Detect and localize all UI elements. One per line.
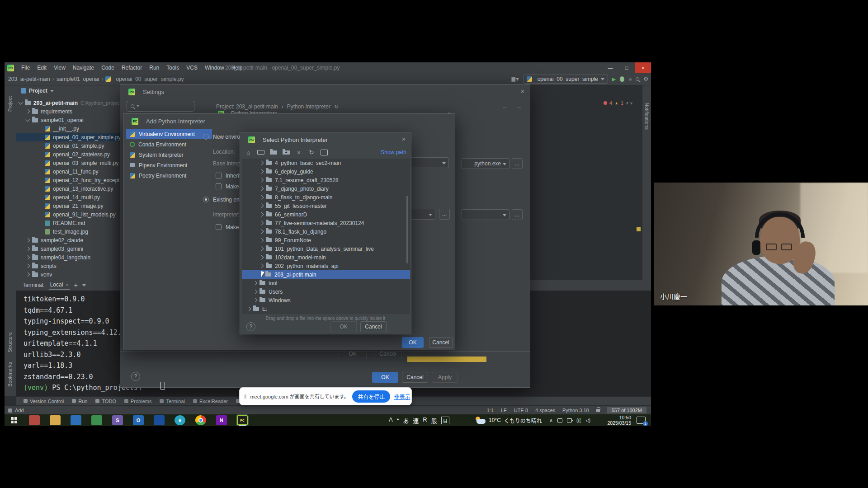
menu-item[interactable]: Edit (33, 62, 50, 73)
close-tab-icon[interactable]: × (66, 282, 68, 287)
tree-item[interactable]: openai_00_super_simple.py (16, 133, 122, 141)
toolbar-icon[interactable] (270, 150, 277, 155)
folder-row[interactable]: 202_python_materials_api (242, 262, 410, 270)
folder-row[interactable]: 203_ai-petit-main (242, 270, 410, 279)
toolbar-icon[interactable]: × (295, 149, 302, 156)
file-tree[interactable]: 4_python_basic_sec2-main 6_deploy_guide … (242, 159, 410, 314)
menu-item[interactable]: Navigate (69, 62, 98, 73)
toolbar-icon[interactable] (321, 150, 328, 155)
browse-button[interactable]: ... (439, 209, 450, 220)
menu-item[interactable]: Refactor (118, 62, 146, 73)
taskbar-app-icon[interactable]: S (112, 415, 123, 425)
terminal-tab-local[interactable]: Local × (49, 280, 70, 290)
tree-item[interactable]: openai_13_interactive.py (16, 184, 122, 193)
tree-item[interactable]: openai_91_list_models.py (16, 210, 122, 219)
close-icon[interactable]: × (402, 136, 406, 143)
tablet-mode-icon[interactable] (557, 418, 562, 422)
cancel-button[interactable]: Cancel (429, 337, 453, 348)
existing-environment-radio[interactable] (203, 197, 209, 202)
taskbar-app-icon[interactable] (71, 415, 81, 425)
maximize-button[interactable]: □ (618, 62, 635, 73)
ime-mode[interactable]: • (397, 416, 399, 425)
new-environment-radio[interactable] (203, 134, 209, 140)
make-available-checkbox-2[interactable] (216, 224, 222, 230)
stop-sharing-button[interactable]: 共有を停止 (352, 390, 390, 403)
ok-button[interactable]: OK (330, 321, 357, 332)
make-available-checkbox[interactable] (216, 183, 222, 189)
chevron-right-icon[interactable] (253, 298, 258, 303)
status-item[interactable]: LF (501, 408, 507, 413)
folder-row[interactable]: 4_python_basic_sec2-main (242, 159, 410, 167)
folder-row[interactable]: 55_git_lesson-master (242, 202, 410, 210)
folder-row[interactable]: 78.1_flask_to_django (242, 227, 410, 236)
folder-row[interactable]: 101_python_Data_analysis_seminar_live (242, 244, 410, 253)
terminal-options-icon[interactable] (82, 284, 86, 286)
run-config-selector[interactable]: openai_00_super_simple (523, 75, 608, 84)
ime-toolbar-icon[interactable]: 目 (441, 417, 449, 424)
taskbar-app-icon[interactable] (154, 415, 165, 425)
interpreter-combo[interactable]: python.exe (462, 158, 509, 169)
tree-item[interactable]: sample04_langchain (16, 253, 122, 262)
tree-item[interactable]: test_image.jpg (16, 227, 122, 236)
taskbar-app-icon[interactable]: N (216, 415, 227, 425)
chevron-right-icon[interactable] (253, 281, 258, 286)
reset-icon[interactable]: ↻ (334, 103, 339, 110)
settings-search-input[interactable] (127, 101, 194, 112)
browse-button[interactable]: ... (512, 209, 523, 220)
tool-window-button[interactable]: TODO (95, 399, 116, 404)
menu-item[interactable]: File (18, 62, 33, 73)
tree-item[interactable]: scripts (16, 262, 122, 270)
folder-row[interactable]: tool (242, 279, 410, 287)
chevron-right-icon[interactable] (259, 212, 264, 217)
help-button[interactable]: ? (131, 372, 140, 381)
chevron-right-icon[interactable] (259, 238, 264, 243)
menu-item[interactable]: Run (146, 62, 163, 73)
show-path-link[interactable]: Show path (381, 149, 406, 155)
taskbar-app-icon[interactable] (50, 415, 61, 425)
battery-icon[interactable] (567, 418, 572, 422)
ime-mode[interactable]: 般 (431, 416, 437, 425)
prev-next-icons[interactable]: ∧ ∨ (626, 101, 633, 105)
tool-window-button[interactable]: Version Control (24, 399, 64, 404)
ime-mode[interactable]: A (389, 416, 393, 425)
tree-item[interactable]: __init__.py (16, 124, 122, 133)
search-icon[interactable] (636, 77, 639, 81)
chevron-right-icon[interactable] (259, 161, 264, 165)
back-forward-icons[interactable]: ← → (502, 103, 525, 110)
start-button[interactable] (7, 414, 21, 426)
toolbar-icon[interactable]: ↻ (308, 149, 315, 156)
ime-indicator[interactable]: A•あ連R般 目 (389, 416, 449, 425)
environment-item[interactable]: Virtualenv Environment (126, 129, 212, 139)
minimize-button[interactable]: — (602, 62, 618, 73)
chevron-right-icon[interactable] (259, 195, 264, 200)
ok-button[interactable]: OK (402, 337, 424, 348)
chevron-right-icon[interactable] (259, 204, 264, 208)
environment-item[interactable]: Conda Environment (126, 139, 212, 150)
ime-mode[interactable]: R (423, 416, 427, 425)
cancel-button[interactable]: Cancel (360, 321, 387, 332)
git-add-label[interactable]: Add (15, 408, 24, 413)
gear-icon[interactable]: ⚙ (643, 76, 648, 82)
tree-item[interactable]: requirements (16, 107, 122, 116)
notification-center-icon[interactable]: 1 (637, 417, 646, 424)
weather-widget[interactable]: 10°C くもりのち晴れ (475, 417, 542, 424)
tree-item[interactable]: 203_ai-petit-main C:¥python_projects¥20 (16, 99, 122, 107)
environment-item[interactable]: System Interpreter (126, 150, 212, 160)
toolbar-icon[interactable] (257, 150, 264, 155)
folder-row[interactable]: Users (242, 287, 410, 296)
folder-row[interactable]: 66_seminarD (242, 210, 410, 219)
chevron-right-icon[interactable] (259, 178, 264, 183)
inspections-widget[interactable]: 4 ▲ 1 ∧ ∨ (604, 100, 633, 106)
folder-row[interactable]: Windows (242, 296, 410, 305)
taskbar-app-icon[interactable] (91, 415, 102, 425)
memory-indicator[interactable]: 557 of 1002M (607, 407, 646, 413)
volume-icon[interactable]: ◁) (585, 418, 590, 423)
taskbar-app-icon[interactable]: e (175, 415, 185, 425)
chevron-right-icon[interactable] (253, 290, 258, 294)
more-tools-icon[interactable]: ≡ (628, 76, 632, 82)
status-item[interactable]: 4 spaces (535, 408, 555, 413)
tree-item[interactable]: sample01_openai (16, 116, 122, 124)
chevron-right-icon[interactable] (259, 221, 264, 225)
tool-window-button[interactable]: Problems (124, 399, 151, 404)
tool-strip-structure[interactable]: Structure (7, 332, 13, 352)
